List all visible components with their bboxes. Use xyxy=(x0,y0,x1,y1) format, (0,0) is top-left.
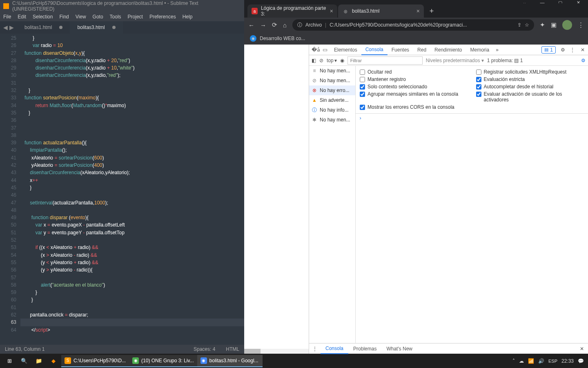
start-button[interactable]: ⊞ xyxy=(2,355,16,367)
status-lang[interactable]: HTML xyxy=(226,346,239,352)
close-icon[interactable]: × xyxy=(330,8,333,14)
dt-tab-memory[interactable]: Memoria xyxy=(466,45,493,55)
setting-checkbox[interactable]: Mantener registro xyxy=(356,76,472,83)
more-tabs-icon[interactable]: » xyxy=(493,47,501,53)
taskbar-app[interactable]: SC:\Users\PcHp5790\D... xyxy=(61,355,129,367)
menu-preferences[interactable]: Preferences xyxy=(149,14,176,20)
chrome-tab-0[interactable]: a Lógica de programación parte 3: × xyxy=(247,4,337,18)
editor[interactable]: 2526272829303132333435363738394041424344… xyxy=(0,34,244,345)
tab-bolitas3[interactable]: bolitas3.html xyxy=(70,21,122,34)
cloud-icon[interactable]: ☁ xyxy=(519,358,524,364)
avatar[interactable] xyxy=(562,20,572,30)
nav-back-icon[interactable]: ◀ xyxy=(3,24,8,31)
bookmark-item[interactable]: Desarrollo WEB co... xyxy=(260,36,305,41)
menu-selection[interactable]: Selection xyxy=(33,14,53,20)
notifications-icon[interactable]: 💬 xyxy=(578,358,584,364)
setting-checkbox[interactable]: Ocultar red xyxy=(356,68,472,76)
menu-icon[interactable]: ⋮ xyxy=(578,21,584,29)
back-icon[interactable]: ← xyxy=(248,22,254,29)
home-icon[interactable]: ⌂ xyxy=(283,22,287,29)
setting-checkbox[interactable]: Agrupar mensajes similares en la consola xyxy=(356,90,472,103)
chrome-tab-1[interactable]: ◎ bolitas3.html × xyxy=(338,4,424,18)
side-row[interactable]: ⓘNo hay info... xyxy=(309,105,355,115)
menu-tools[interactable]: Tools xyxy=(110,14,121,20)
menu-find[interactable]: Find xyxy=(59,14,69,20)
drawer-tab-whatsnew[interactable]: What's New xyxy=(381,343,417,354)
drawer-tab-problems[interactable]: Problemas xyxy=(348,343,381,354)
taskbar-app[interactable]: ◉bolitas3.html - Googl... xyxy=(197,355,263,367)
dt-tab-sources[interactable]: Fuentes xyxy=(388,45,413,55)
setting-checkbox[interactable]: Evaluar activación de usuario de los act… xyxy=(472,90,588,103)
wifi-icon[interactable]: 📶 xyxy=(528,358,534,364)
tray-up-icon[interactable]: ˄ xyxy=(512,358,515,364)
ide-icon[interactable]: ◆ xyxy=(47,355,60,367)
close-icon[interactable]: × xyxy=(416,8,420,14)
nav-fwd-icon[interactable]: ▶ xyxy=(9,24,14,31)
close-devtools-icon[interactable]: ✕ xyxy=(577,47,588,53)
side-row[interactable]: ▲Sin adverte... xyxy=(309,95,355,105)
volume-icon[interactable]: 🔊 xyxy=(538,358,544,364)
code-area[interactable]: } var radio = 10 function disenarObjeto(… xyxy=(20,34,244,345)
close-drawer-icon[interactable]: ✕ xyxy=(576,346,588,352)
device-icon[interactable]: ▭ xyxy=(323,47,327,53)
star-icon[interactable]: ☆ xyxy=(525,22,529,28)
taskbar: ⊞ 🔍 📁 ◆ SC:\Users\PcHp5790\D...◉(10) ONE… xyxy=(0,354,588,368)
console-settings: Ocultar redRegistrar solicitudes XMLHttp… xyxy=(356,66,588,114)
lang-indicator[interactable]: ESP xyxy=(548,359,557,364)
side-row[interactable]: ≡No hay men... xyxy=(309,66,355,76)
live-expr-icon[interactable]: ◉ xyxy=(340,58,344,63)
dirty-dot-icon xyxy=(59,26,62,29)
setting-checkbox[interactable]: Registrar solicitudes XMLHttpRequest xyxy=(472,68,588,76)
menu-project[interactable]: Project xyxy=(128,14,143,20)
devtools: �ả▭ Elementos Consola Fuentes Red Rendim… xyxy=(309,45,588,354)
sidepanel-icon[interactable]: ▣ xyxy=(551,21,557,29)
chrome-tabstrip: a Lógica de programación parte 3: × ◎ bo… xyxy=(244,3,588,18)
more-icon[interactable]: ⋮ xyxy=(568,47,577,53)
sidebar-toggle-icon[interactable]: ◧ xyxy=(312,58,316,63)
forward-icon[interactable]: → xyxy=(260,22,266,29)
info-icon[interactable]: ⓘ xyxy=(297,22,302,29)
dt-tab-network[interactable]: Red xyxy=(413,45,430,55)
dirty-dot-icon xyxy=(112,26,116,29)
problems-badge[interactable]: 1 problema: ▤ 1 xyxy=(487,58,523,63)
new-tab-button[interactable]: + xyxy=(425,4,439,18)
share-icon[interactable]: ⇪ xyxy=(517,22,521,28)
inspect-icon[interactable]: �ả xyxy=(312,47,320,53)
dt-tab-performance[interactable]: Rendimiento xyxy=(430,45,466,55)
dt-tab-console[interactable]: Consola xyxy=(361,45,388,55)
setting-checkbox[interactable]: Solo contexto seleccionado xyxy=(356,83,472,90)
side-row[interactable]: ⊗No hay erro... xyxy=(309,85,355,95)
setting-checkbox[interactable]: Autocompletar desde el historial xyxy=(472,83,588,90)
side-row[interactable]: ✱No hay men... xyxy=(309,115,355,125)
menu-edit[interactable]: Edit xyxy=(18,14,26,20)
context-select[interactable]: top ▾ xyxy=(327,58,337,63)
menu-help[interactable]: Help xyxy=(183,14,193,20)
filter-input[interactable] xyxy=(347,56,423,65)
extensions-icon[interactable]: ✦ xyxy=(540,21,545,29)
drawer-tab-console[interactable]: Consola xyxy=(321,343,348,354)
setting-checkbox[interactable]: Mostrar los errores CORS en la consola xyxy=(356,103,472,111)
menu-view[interactable]: View xyxy=(76,14,86,20)
menu-file[interactable]: File xyxy=(3,14,11,20)
tab-bolitas1[interactable]: bolitas1.html xyxy=(17,21,70,34)
setting-checkbox[interactable]: Evaluación estricta xyxy=(472,76,588,83)
explorer-icon[interactable]: 📁 xyxy=(32,355,46,367)
reload-icon[interactable]: ⟳ xyxy=(272,21,277,29)
dt-tab-elements[interactable]: Elementos xyxy=(330,45,361,55)
issues-badge[interactable]: ▤ 1 xyxy=(541,46,556,54)
levels-select[interactable]: Niveles predeterminados ▾ xyxy=(426,58,484,63)
clear-icon[interactable]: ⊘ xyxy=(319,58,323,63)
gear-icon[interactable]: ⚙ xyxy=(558,47,568,53)
page-viewport xyxy=(244,45,309,354)
clock[interactable]: 22:33 xyxy=(561,358,574,364)
drawer-menu-icon[interactable]: ⋮ xyxy=(309,346,321,352)
search-icon[interactable]: 🔍 xyxy=(17,355,31,367)
url-bar[interactable]: ⓘ Archivo | C:/Users/PcHp5790/Documents/… xyxy=(292,19,534,31)
status-spaces[interactable]: Spaces: 4 xyxy=(194,346,215,352)
gear-icon[interactable]: ⚙ xyxy=(581,58,586,63)
h-scrollbar[interactable] xyxy=(244,349,309,354)
menu-goto[interactable]: Goto xyxy=(93,14,103,20)
side-row[interactable]: ⊘No hay men... xyxy=(309,76,355,85)
console-prompt[interactable]: › xyxy=(356,114,588,123)
taskbar-app[interactable]: ◉(10) ONE Grupo 3: Liv... xyxy=(129,355,197,367)
